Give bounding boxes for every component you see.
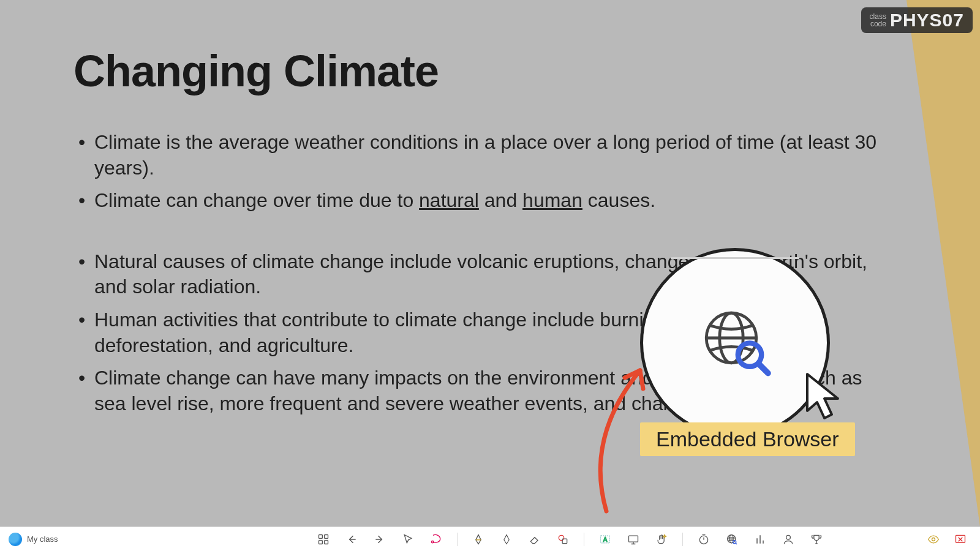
text-icon[interactable]: A [598, 532, 612, 547]
svg-rect-8 [324, 540, 328, 544]
pen-outline-icon[interactable] [499, 532, 514, 547]
app-logo-icon[interactable] [9, 533, 22, 546]
svg-rect-14 [628, 536, 638, 542]
svg-text:A: A [603, 536, 607, 543]
svg-point-9 [431, 541, 433, 542]
magnifier-callout [640, 248, 830, 438]
svg-line-4 [758, 364, 768, 373]
cursor-pointer-icon [802, 370, 845, 425]
svg-point-10 [559, 535, 564, 540]
hand-sparkle-icon[interactable] [654, 532, 669, 547]
toolbar-left: My class [0, 533, 233, 546]
toolbar-right [907, 532, 980, 547]
grid-icon[interactable] [316, 532, 331, 547]
arrow-left-icon[interactable] [344, 532, 359, 547]
embedded-browser-tooltip: Embedded Browser [640, 422, 855, 456]
magnifier-top-bar [671, 257, 799, 259]
bullet-2-mid: and [479, 189, 522, 211]
globe-search-icon[interactable] [725, 532, 739, 547]
timer-icon[interactable] [696, 532, 711, 547]
class-code-value: PHYS07 [890, 10, 964, 31]
exit-icon[interactable] [953, 532, 968, 547]
svg-point-20 [932, 538, 935, 541]
eraser-icon[interactable] [527, 532, 542, 547]
class-code-badge[interactable]: class code PHYS07 [861, 7, 973, 33]
arrow-right-icon[interactable] [372, 532, 387, 547]
my-class-label[interactable]: My class [27, 534, 58, 544]
lasso-icon[interactable] [429, 532, 443, 547]
bullet-2: Climate can change over time due to natu… [74, 188, 888, 214]
bullet-2-pre: Climate can change over time due to [94, 189, 419, 211]
slide-canvas: class code PHYS07 Changing Climate Clima… [0, 0, 980, 527]
bottom-toolbar: My class A [0, 527, 980, 551]
bullet-1-text: Climate is the average weather condition… [94, 131, 876, 179]
present-icon[interactable] [626, 532, 641, 547]
svg-point-19 [786, 535, 790, 539]
svg-rect-6 [324, 534, 328, 538]
trophy-icon[interactable] [809, 532, 824, 547]
class-code-label: class code [870, 13, 886, 28]
bullet-2-underline-1: natural [419, 189, 479, 211]
toolbar-center: A [233, 532, 907, 547]
toolbar-separator [457, 533, 458, 546]
bullet-1: Climate is the average weather condition… [74, 130, 888, 181]
toolbar-separator [584, 533, 584, 546]
shapes-icon[interactable] [556, 532, 570, 547]
globe-search-icon [698, 305, 772, 381]
class-code-label-line2: code [870, 20, 886, 28]
toolbar-separator [682, 533, 683, 546]
svg-rect-7 [318, 540, 322, 544]
bullet-2-underline-2: human [522, 189, 582, 211]
eye-icon[interactable] [926, 532, 941, 547]
user-icon[interactable] [781, 532, 796, 547]
svg-rect-5 [318, 534, 322, 538]
svg-point-15 [699, 536, 707, 544]
pointer-icon[interactable] [401, 532, 415, 547]
decorative-triangle [907, 0, 980, 527]
poll-icon[interactable] [753, 532, 767, 547]
pen-black-icon[interactable] [471, 532, 486, 547]
bullet-2-post: causes. [582, 189, 655, 211]
slide-title: Changing Climate [74, 46, 888, 96]
